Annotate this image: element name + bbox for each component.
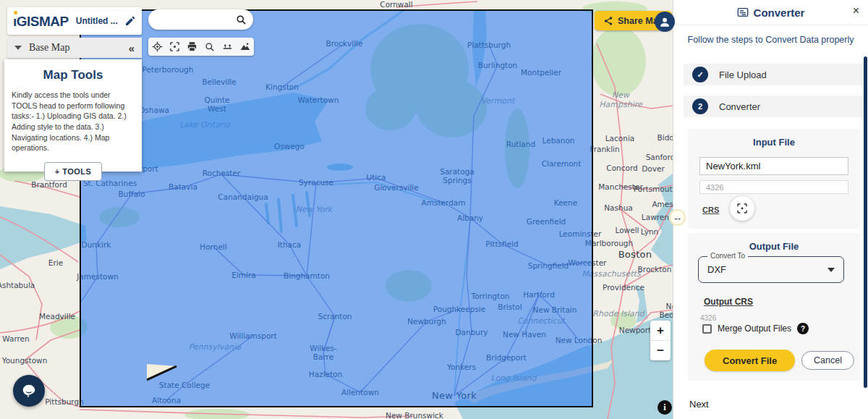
chat-bubble-icon [21,383,37,399]
chat-widget-button[interactable] [13,375,45,407]
step-file-upload[interactable]: ✓ File Upload [684,64,866,85]
map-tools-title: Map Tools [12,68,135,82]
zoom-control: + − [650,321,671,360]
input-filename-field[interactable] [699,157,848,175]
map-label: Boston [618,250,652,261]
map-label: Youngstown [2,356,48,365]
output-file-title: Output File [688,233,860,252]
user-avatar[interactable] [655,12,675,32]
gismap-logo: ıGISMAP [13,14,69,28]
zoom-in-button[interactable]: + [650,321,671,340]
base-map-label: Base Map [29,42,129,54]
map-label: Amesbury [652,200,673,208]
help-icon[interactable]: ? [797,323,809,334]
converter-panel: Converter × Follow the steps to Convert … [673,0,868,419]
map-label: Brockton [638,265,672,274]
map-toolbar [148,38,254,56]
edit-pencil-icon[interactable] [124,15,136,27]
output-crs-link[interactable]: Output CRS [704,297,753,307]
search-icon [236,14,247,25]
center-focus-icon [736,203,748,214]
map-label: Cornwall [380,0,412,9]
input-crs-field[interactable] [699,180,848,194]
input-file-card: Input File CRS [688,129,860,229]
tools-button[interactable]: + TOOLS [44,162,103,181]
map-label: Brantford [31,180,67,189]
map-label: Dover [642,164,665,173]
output-file-card: Output File Convert To DXF Output CRS 43… [688,233,860,381]
step-label: Converter [719,101,760,112]
map-label: Biddeford [658,133,673,142]
map-label: Erie [48,258,63,267]
map-label: New Bedford [659,302,673,319]
crs-link[interactable]: CRS [702,206,719,214]
app-root: CornwallBrockvillePlattsburghBurlingtonM… [0,0,868,419]
map-tools-description: Kindly access the tools under TOOLS head… [12,90,135,153]
my-location-button[interactable] [149,39,165,54]
panel-subtitle: Follow the steps to Convert Data properl… [673,35,868,45]
share-icon [603,16,613,26]
app-header: ıGISMAP Untitled ... [7,7,142,35]
close-icon[interactable]: × [853,5,859,17]
convert-file-button[interactable]: Convert File [705,350,795,371]
map-label: Sanford [646,153,673,161]
step-label: File Upload [719,69,767,80]
map-label: Nashua [604,203,633,212]
base-map-selector[interactable]: Base Map « [7,38,142,58]
person-icon [658,15,671,28]
map-label: Lynn [641,227,658,236]
map-label: Lawrence [642,213,673,221]
map-label: Manchester [598,182,642,191]
convert-to-label: Convert To [707,252,748,260]
merge-output-label: Merge Output Files [718,323,791,334]
map-label: Meadville [39,312,75,321]
map-label: Providence [603,283,644,292]
map-label: New Hampshire [595,91,647,109]
dropdown-caret-icon [14,46,22,50]
converter-header: Converter × [673,0,868,25]
map-label: New Brunswick [386,411,443,419]
print-button[interactable] [184,39,200,54]
step-number-badge: 2 [692,98,708,114]
next-label[interactable]: Next [689,399,709,410]
info-button[interactable]: i [658,400,672,415]
map-label: Lowell [616,226,639,234]
map-label: Newport [619,326,651,334]
map-tools-panel: Map Tools Kindly access the tools under … [4,59,142,172]
step-converter[interactable]: 2 Converter [684,96,866,117]
step-check-icon: ✓ [692,67,708,82]
map-label: Portsmouth [634,185,673,193]
kml-layer-extent[interactable] [80,9,593,407]
select-caret-icon [827,268,835,272]
map-label: Pittsburgh [45,397,84,406]
measure-button[interactable] [219,39,235,54]
map-label: Ashtabula [0,281,35,289]
map-label: Concord [606,164,637,172]
search-location-button[interactable] [202,39,218,54]
output-crs-value: 4326 [700,314,716,322]
map-label: Franklin [590,145,619,153]
basemap-terrain-button[interactable] [237,39,253,54]
map-search-input[interactable] [148,9,253,30]
panel-title: Converter [754,7,805,19]
input-file-title: Input File [688,129,860,148]
center-focus-button[interactable] [166,39,182,54]
panel-scrollbar[interactable] [864,56,867,388]
cancel-button[interactable]: Cancel [801,351,854,370]
map-label: Warren [2,334,29,343]
converter-icon [737,7,749,17]
panel-resize-handle[interactable]: ↔ [669,209,686,226]
convert-to-value: DXF [707,264,827,275]
convert-to-select[interactable]: Convert To DXF [698,256,844,283]
merge-output-row: Merge Output Files ? [702,323,809,334]
polygon-hole [147,364,179,382]
zoom-out-button[interactable]: − [650,341,671,360]
collapse-panel-icon[interactable]: « [129,42,135,54]
map-label: Laconia [605,134,635,143]
crs-picker-button[interactable] [730,196,754,221]
merge-output-checkbox[interactable] [702,324,712,334]
map-label: Rhode Island [592,310,644,319]
project-title[interactable]: Untitled ... [76,16,124,26]
